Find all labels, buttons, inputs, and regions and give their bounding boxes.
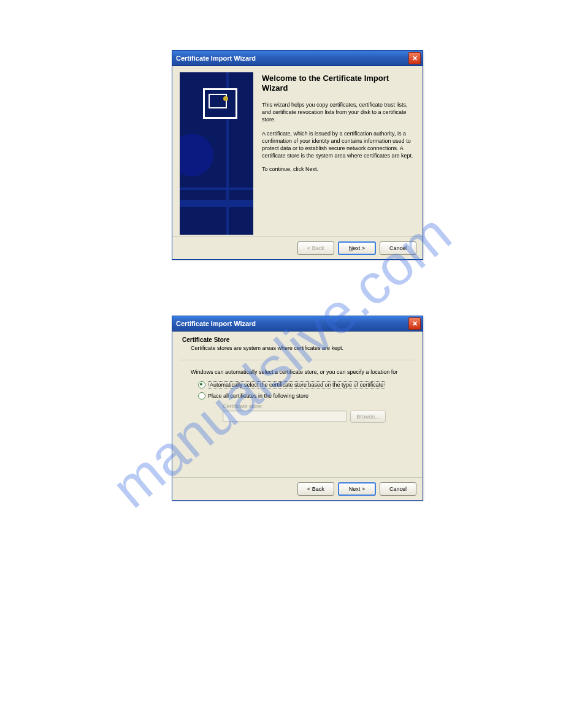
dialog-body: Welcome to the Certificate Import Wizard…: [172, 66, 423, 243]
close-icon[interactable]: ✕: [408, 317, 421, 330]
radio-option-place[interactable]: Place all certificates in the following …: [198, 392, 413, 400]
radio-group: Automatically select the certificate sto…: [198, 381, 413, 423]
wizard-heading: Welcome to the Certificate Import Wizard: [262, 74, 414, 93]
radio-label: Place all certificates in the following …: [208, 393, 308, 399]
store-input: [223, 411, 347, 422]
wizard-side-image: [180, 72, 253, 235]
wizard-dialog-welcome: Certificate Import Wizard ✕ Welcome to t…: [172, 50, 423, 260]
radio-label: Automatically select the certificate sto…: [208, 381, 385, 389]
back-button: < Back: [297, 241, 334, 255]
wizard-paragraph: To continue, click Next.: [262, 165, 414, 173]
section-heading: Certificate Store: [182, 336, 413, 343]
wizard-paragraph: A certificate, which is issued by a cert…: [262, 130, 414, 160]
section-description: Certificate stores are system areas wher…: [191, 345, 413, 351]
button-row: < Back Next > Cancel: [172, 237, 423, 259]
dialog-body: Certificate Store Certificate stores are…: [172, 332, 423, 495]
wizard-paragraph: This wizard helps you copy certificates,…: [262, 101, 414, 123]
next-button[interactable]: Next >: [338, 241, 376, 255]
instruction-text: Windows can automatically select a certi…: [191, 369, 413, 375]
store-label: Certificate store:: [223, 403, 413, 409]
wizard-dialog-store: Certificate Import Wizard ✕ Certificate …: [172, 316, 423, 501]
cancel-button[interactable]: Cancel: [380, 482, 416, 496]
divider: [180, 360, 415, 360]
certificate-icon: [203, 88, 237, 119]
button-row: < Back Next > Cancel: [172, 477, 423, 500]
close-icon[interactable]: ✕: [408, 52, 421, 64]
dialog-title: Certificate Import Wizard: [176, 320, 256, 327]
titlebar[interactable]: Certificate Import Wizard ✕: [172, 316, 423, 332]
wizard-content: Welcome to the Certificate Import Wizard…: [253, 72, 415, 243]
store-input-group: Certificate store: Browse...: [223, 403, 413, 423]
cancel-button[interactable]: Cancel: [380, 241, 416, 255]
next-button[interactable]: Next >: [338, 482, 376, 496]
radio-option-auto[interactable]: Automatically select the certificate sto…: [198, 381, 413, 389]
radio-icon[interactable]: [198, 392, 205, 400]
dialog-title: Certificate Import Wizard: [176, 55, 256, 62]
titlebar[interactable]: Certificate Import Wizard ✕: [172, 51, 423, 66]
back-button[interactable]: < Back: [297, 482, 334, 496]
radio-icon[interactable]: [198, 381, 205, 389]
browse-button: Browse...: [350, 411, 386, 423]
